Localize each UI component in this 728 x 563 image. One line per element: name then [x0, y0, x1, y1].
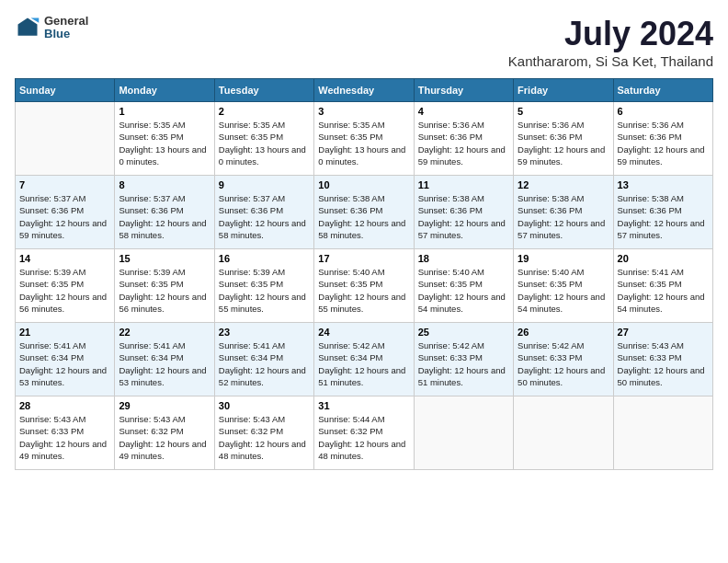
calendar-cell: 21Sunrise: 5:41 AMSunset: 6:34 PMDayligh… — [16, 323, 115, 396]
day-header: Saturday — [613, 79, 712, 102]
header: General Blue July 2024 Kanthararom, Si S… — [15, 15, 713, 69]
cell-details: Sunrise: 5:39 AMSunset: 6:35 PMDaylight:… — [119, 266, 210, 315]
day-number: 11 — [418, 179, 509, 190]
day-number: 30 — [219, 400, 310, 411]
day-number: 19 — [518, 253, 609, 264]
calendar-cell: 8Sunrise: 5:37 AMSunset: 6:36 PMDaylight… — [115, 176, 214, 249]
calendar-cell: 27Sunrise: 5:43 AMSunset: 6:33 PMDayligh… — [613, 323, 712, 396]
day-header: Wednesday — [314, 79, 414, 102]
calendar-week: 1Sunrise: 5:35 AMSunset: 6:35 PMDaylight… — [16, 102, 713, 176]
header-row: SundayMondayTuesdayWednesdayThursdayFrid… — [16, 79, 713, 102]
calendar-cell: 15Sunrise: 5:39 AMSunset: 6:35 PMDayligh… — [115, 249, 214, 323]
day-number: 8 — [119, 179, 210, 190]
cell-details: Sunrise: 5:36 AMSunset: 6:36 PMDaylight:… — [518, 119, 609, 167]
calendar-cell: 31Sunrise: 5:44 AMSunset: 6:32 PMDayligh… — [314, 396, 414, 470]
cell-details: Sunrise: 5:35 AMSunset: 6:35 PMDaylight:… — [318, 119, 409, 167]
cell-details: Sunrise: 5:39 AMSunset: 6:35 PMDaylight:… — [19, 266, 110, 315]
calendar-cell: 9Sunrise: 5:37 AMSunset: 6:36 PMDaylight… — [214, 176, 313, 249]
calendar-table: SundayMondayTuesdayWednesdayThursdayFrid… — [15, 78, 713, 470]
calendar-cell: 20Sunrise: 5:41 AMSunset: 6:35 PMDayligh… — [613, 249, 712, 323]
day-number: 24 — [318, 327, 409, 338]
day-number: 26 — [518, 327, 609, 338]
day-number: 28 — [19, 400, 110, 411]
cell-details: Sunrise: 5:39 AMSunset: 6:35 PMDaylight:… — [219, 266, 310, 315]
cell-details: Sunrise: 5:42 AMSunset: 6:34 PMDaylight:… — [318, 339, 409, 388]
logo-blue-text: Blue — [44, 28, 88, 40]
day-number: 14 — [19, 253, 110, 264]
cell-details: Sunrise: 5:37 AMSunset: 6:36 PMDaylight:… — [219, 192, 310, 241]
day-header: Monday — [115, 79, 214, 102]
cell-details: Sunrise: 5:40 AMSunset: 6:35 PMDaylight:… — [518, 266, 609, 315]
day-number: 22 — [119, 327, 210, 338]
cell-details: Sunrise: 5:35 AMSunset: 6:35 PMDaylight:… — [119, 119, 210, 167]
calendar-week: 28Sunrise: 5:43 AMSunset: 6:33 PMDayligh… — [16, 396, 713, 470]
day-number: 31 — [318, 400, 409, 411]
calendar-cell: 2Sunrise: 5:35 AMSunset: 6:35 PMDaylight… — [214, 102, 313, 176]
calendar-cell: 30Sunrise: 5:43 AMSunset: 6:32 PMDayligh… — [214, 396, 313, 470]
day-number: 7 — [19, 179, 110, 190]
logo-general-text: General — [44, 15, 88, 28]
calendar-week: 7Sunrise: 5:37 AMSunset: 6:36 PMDaylight… — [16, 176, 713, 249]
main-title: July 2024 — [508, 15, 713, 53]
cell-details: Sunrise: 5:36 AMSunset: 6:36 PMDaylight:… — [418, 119, 509, 167]
calendar-cell — [514, 396, 613, 470]
calendar-week: 14Sunrise: 5:39 AMSunset: 6:35 PMDayligh… — [16, 249, 713, 323]
day-number: 25 — [418, 327, 509, 338]
cell-details: Sunrise: 5:38 AMSunset: 6:36 PMDaylight:… — [618, 192, 709, 241]
cell-details: Sunrise: 5:42 AMSunset: 6:33 PMDaylight:… — [418, 339, 509, 388]
calendar-cell: 23Sunrise: 5:41 AMSunset: 6:34 PMDayligh… — [214, 323, 313, 396]
day-number: 23 — [219, 327, 310, 338]
cell-details: Sunrise: 5:41 AMSunset: 6:34 PMDaylight:… — [119, 339, 210, 388]
day-number: 18 — [418, 253, 509, 264]
day-number: 2 — [219, 106, 310, 117]
calendar-cell: 19Sunrise: 5:40 AMSunset: 6:35 PMDayligh… — [514, 249, 613, 323]
cell-details: Sunrise: 5:43 AMSunset: 6:32 PMDaylight:… — [119, 413, 210, 462]
calendar-cell: 5Sunrise: 5:36 AMSunset: 6:36 PMDaylight… — [514, 102, 613, 176]
calendar-cell: 11Sunrise: 5:38 AMSunset: 6:36 PMDayligh… — [414, 176, 513, 249]
day-number: 4 — [418, 106, 509, 117]
day-number: 5 — [518, 106, 609, 117]
day-number: 13 — [618, 179, 709, 190]
cell-details: Sunrise: 5:38 AMSunset: 6:36 PMDaylight:… — [418, 192, 509, 241]
day-header: Friday — [514, 79, 613, 102]
calendar-cell: 28Sunrise: 5:43 AMSunset: 6:33 PMDayligh… — [16, 396, 115, 470]
logo-text: General Blue — [44, 15, 88, 41]
svg-marker-0 — [18, 18, 38, 36]
cell-details: Sunrise: 5:43 AMSunset: 6:32 PMDaylight:… — [219, 413, 310, 462]
cell-details: Sunrise: 5:36 AMSunset: 6:36 PMDaylight:… — [618, 119, 709, 167]
calendar-cell: 10Sunrise: 5:38 AMSunset: 6:36 PMDayligh… — [314, 176, 414, 249]
day-number: 21 — [19, 327, 110, 338]
calendar-cell: 7Sunrise: 5:37 AMSunset: 6:36 PMDaylight… — [16, 176, 115, 249]
day-header: Sunday — [16, 79, 115, 102]
day-number: 1 — [119, 106, 210, 117]
day-number: 27 — [618, 327, 709, 338]
calendar-cell: 22Sunrise: 5:41 AMSunset: 6:34 PMDayligh… — [115, 323, 214, 396]
cell-details: Sunrise: 5:37 AMSunset: 6:36 PMDaylight:… — [19, 192, 110, 241]
day-number: 12 — [518, 179, 609, 190]
cell-details: Sunrise: 5:43 AMSunset: 6:33 PMDaylight:… — [618, 339, 709, 388]
calendar-cell: 24Sunrise: 5:42 AMSunset: 6:34 PMDayligh… — [314, 323, 414, 396]
cell-details: Sunrise: 5:43 AMSunset: 6:33 PMDaylight:… — [19, 413, 110, 462]
day-number: 15 — [119, 253, 210, 264]
cell-details: Sunrise: 5:44 AMSunset: 6:32 PMDaylight:… — [318, 413, 409, 462]
calendar-cell: 16Sunrise: 5:39 AMSunset: 6:35 PMDayligh… — [214, 249, 313, 323]
calendar-cell: 4Sunrise: 5:36 AMSunset: 6:36 PMDaylight… — [414, 102, 513, 176]
cell-details: Sunrise: 5:41 AMSunset: 6:34 PMDaylight:… — [19, 339, 110, 388]
calendar-cell: 12Sunrise: 5:38 AMSunset: 6:36 PMDayligh… — [514, 176, 613, 249]
day-number: 16 — [219, 253, 310, 264]
calendar-cell: 13Sunrise: 5:38 AMSunset: 6:36 PMDayligh… — [613, 176, 712, 249]
calendar-cell: 3Sunrise: 5:35 AMSunset: 6:35 PMDaylight… — [314, 102, 414, 176]
day-header: Thursday — [414, 79, 513, 102]
calendar-cell — [16, 102, 115, 176]
calendar-cell: 29Sunrise: 5:43 AMSunset: 6:32 PMDayligh… — [115, 396, 214, 470]
calendar-cell: 26Sunrise: 5:42 AMSunset: 6:33 PMDayligh… — [514, 323, 613, 396]
day-number: 9 — [219, 179, 310, 190]
calendar-cell: 18Sunrise: 5:40 AMSunset: 6:35 PMDayligh… — [414, 249, 513, 323]
day-number: 10 — [318, 179, 409, 190]
cell-details: Sunrise: 5:42 AMSunset: 6:33 PMDaylight:… — [518, 339, 609, 388]
day-header: Tuesday — [214, 79, 313, 102]
calendar-cell: 25Sunrise: 5:42 AMSunset: 6:33 PMDayligh… — [414, 323, 513, 396]
subtitle: Kanthararom, Si Sa Ket, Thailand — [508, 53, 713, 69]
title-area: July 2024 Kanthararom, Si Sa Ket, Thaila… — [508, 15, 713, 69]
cell-details: Sunrise: 5:37 AMSunset: 6:36 PMDaylight:… — [119, 192, 210, 241]
